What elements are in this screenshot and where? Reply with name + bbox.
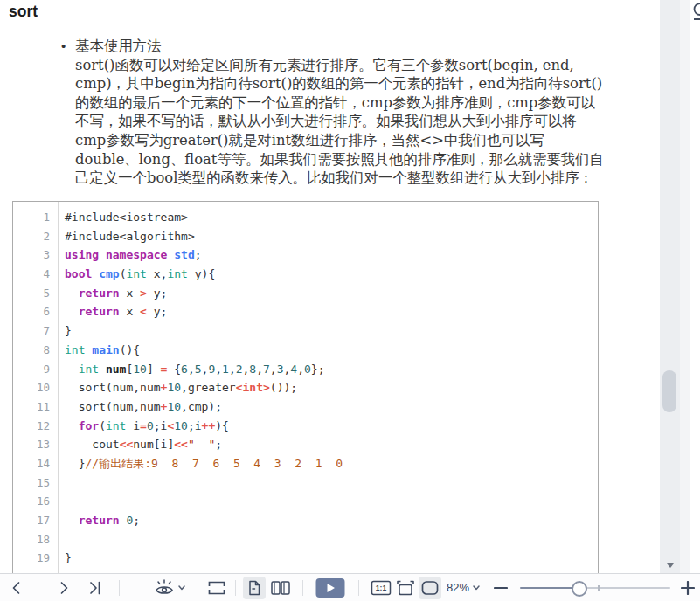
- trim-margins-button[interactable]: [205, 577, 228, 599]
- zoom-out-button[interactable]: [492, 577, 509, 599]
- last-page-icon: [88, 581, 102, 595]
- zoom-level-dropdown[interactable]: 82%: [447, 581, 480, 594]
- next-page-button[interactable]: [52, 577, 75, 599]
- code-text: return x < y;: [58, 302, 167, 321]
- code-line: 8int main(){: [13, 341, 598, 360]
- single-page-view-button[interactable]: [243, 577, 266, 599]
- code-line: 2#include<algorithm>: [13, 227, 598, 246]
- page-title: sort: [9, 3, 38, 21]
- line-number: 8: [13, 341, 58, 360]
- trim-margins-icon: [206, 579, 227, 597]
- zoom-in-button[interactable]: [679, 577, 697, 599]
- code-text: [58, 530, 65, 549]
- scrollbar-down-button[interactable]: [660, 559, 680, 571]
- zoom-level-value: 82%: [447, 581, 469, 594]
- line-number: 16: [13, 492, 58, 511]
- clipped-corner-icon: [691, 2, 700, 23]
- vertical-scrollbar[interactable]: [660, 0, 680, 574]
- code-line: 18: [13, 530, 598, 549]
- code-text: #include<iostream>: [58, 208, 188, 227]
- toolbar-separator: [302, 580, 303, 596]
- code-text: [58, 473, 65, 493]
- bullet-list: • 基本使用方法 sort()函数可以对给定区间所有元素进行排序。它有三个参数s…: [61, 37, 607, 188]
- code-text: }: [58, 549, 72, 568]
- fit-width-button[interactable]: [394, 577, 417, 599]
- line-number: 17: [13, 511, 58, 530]
- line-number: 6: [13, 302, 58, 321]
- paragraph: sort()函数可以对给定区间所有元素进行排序。它有三个参数sort(begin…: [75, 56, 606, 188]
- line-number: 15: [13, 473, 58, 493]
- line-number: 13: [13, 435, 58, 454]
- code-text: [58, 492, 65, 511]
- scrollbar-down-arrow-icon: [667, 563, 674, 568]
- code-text: cout<<num[i]<<" ";: [58, 435, 222, 454]
- code-line: 10 sort(num,num+10,greater<int>());: [13, 378, 598, 397]
- bullet-marker: •: [61, 37, 75, 188]
- fit-width-icon: [396, 579, 415, 597]
- minus-icon: [494, 586, 508, 590]
- fit-page-icon: [420, 579, 440, 597]
- line-number: 18: [13, 530, 58, 549]
- actual-size-button[interactable]: 1:1: [370, 577, 392, 599]
- slider-knob[interactable]: [572, 581, 587, 597]
- code-line: 14 }//输出结果:9 8 7 6 5 4 3 2 1 0: [13, 454, 598, 473]
- code-line: 12 for(int i=0;i<10;i++){: [13, 417, 598, 436]
- line-number: 5: [13, 284, 58, 303]
- code-text: int num[10] = {6,5,9,1,2,8,7,3,4,0};: [58, 360, 324, 379]
- last-page-button[interactable]: [84, 577, 107, 599]
- facing-pages-view-button[interactable]: [267, 577, 294, 599]
- chevron-right-icon: [58, 581, 70, 595]
- fit-page-button[interactable]: [419, 577, 441, 599]
- code-line: 9 int num[10] = {6,5,9,1,2,8,7,3,4,0};: [13, 360, 598, 379]
- code-block: 1#include<iostream>2#include<algorithm>3…: [12, 201, 599, 578]
- scrollbar-thumb[interactable]: [662, 370, 676, 412]
- code-line: 17 return 0;: [13, 511, 598, 530]
- code-line: 11 sort(num,num+10,cmp);: [13, 397, 598, 417]
- line-number: 10: [13, 378, 58, 397]
- actual-size-label: 1:1: [376, 584, 387, 592]
- code-text: bool cmp(int x,int y){: [58, 265, 215, 284]
- code-line: 7}: [13, 321, 598, 341]
- code-line: 15: [13, 473, 598, 493]
- right-margin-strip: [680, 0, 690, 574]
- previous-page-button[interactable]: [5, 577, 28, 599]
- slider-tick: [598, 585, 600, 591]
- line-number: 9: [13, 360, 58, 379]
- reader-window: sort • 基本使用方法 sort()函数可以对给定区间所有元素进行排序。它有…: [0, 0, 700, 601]
- line-number: 3: [13, 245, 58, 265]
- line-number: 7: [13, 321, 58, 341]
- code-line: 16: [13, 492, 598, 511]
- code-text: return x > y;: [58, 284, 167, 303]
- toolbar-separator: [358, 580, 359, 596]
- code-line: 5 return x > y;: [13, 284, 598, 303]
- code-text: return 0;: [58, 511, 140, 530]
- code-text: }: [58, 321, 72, 341]
- code-line: 19}: [13, 549, 598, 568]
- code-text: #include<algorithm>: [58, 227, 195, 246]
- plus-icon: [681, 581, 695, 595]
- chevron-down-icon: [473, 585, 480, 591]
- line-number: 14: [13, 454, 58, 473]
- code-line: 3using namespace std;: [13, 245, 598, 265]
- line-number: 11: [13, 397, 58, 417]
- list-item: 基本使用方法 sort()函数可以对给定区间所有元素进行排序。它有三个参数sor…: [75, 37, 607, 188]
- chevron-left-icon: [10, 581, 23, 595]
- line-number: 4: [13, 265, 58, 284]
- toolbar-separator: [235, 580, 236, 596]
- line-number: 19: [13, 549, 58, 568]
- line-number: 2: [13, 227, 58, 246]
- presentation-mode-button[interactable]: [314, 577, 347, 599]
- eye-appearance-icon: [155, 579, 176, 597]
- slider-track: [579, 587, 670, 589]
- code-text: sort(num,num+10,cmp);: [58, 397, 222, 417]
- toolbar-separator: [119, 580, 120, 596]
- list-item-heading: 基本使用方法: [75, 37, 607, 56]
- code-text: sort(num,num+10,greater<int>());: [58, 378, 297, 397]
- zoom-slider[interactable]: [520, 579, 670, 597]
- appearance-button[interactable]: [155, 577, 185, 599]
- right-panel-divider: [690, 0, 690, 574]
- slider-track-filled: [520, 587, 579, 589]
- line-number: 12: [13, 417, 58, 436]
- toolbar-separator: [198, 580, 198, 596]
- code-text: for(int i=0;i<10;i++){: [58, 417, 229, 436]
